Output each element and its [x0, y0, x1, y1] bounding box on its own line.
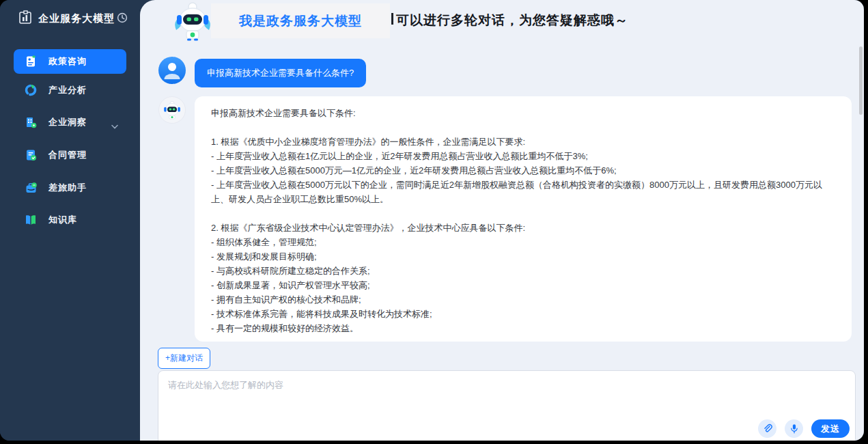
bot-message-text: 申报高新技术企业需要具备以下条件: 1. 根据《优质中小企业梯度培育管理办法》的… — [211, 106, 835, 335]
main-content: 我是政务服务大模型 可以进行多轮对话，为您答疑解惑哦～ 申报高新技术企业需要具备… — [140, 0, 864, 441]
app-window: 企业服务大模型 政策咨询 — [0, 0, 864, 441]
scrollbar-thumb[interactable] — [859, 46, 863, 115]
app-title: 企业服务大模型 — [38, 12, 115, 25]
sidebar-item-enterprise-insight[interactable]: 企业洞察 — [14, 110, 126, 135]
user-message-bubble: 申报高新技术企业需要具备什么条件? — [195, 59, 366, 87]
sidebar-header: 企业服务大模型 — [0, 0, 140, 38]
contract-doc-icon — [24, 148, 38, 162]
sidebar-item-contract-management[interactable]: 合同管理 — [14, 143, 126, 167]
attachment-button[interactable] — [758, 419, 776, 438]
microphone-icon — [789, 424, 799, 434]
sidebar: 企业服务大模型 政策咨询 — [0, 0, 140, 441]
sidebar-item-label: 差旅助手 — [48, 182, 87, 194]
send-button[interactable]: 发送 — [811, 419, 850, 438]
sidebar-item-industry-analysis[interactable]: 产业分析 — [14, 78, 126, 102]
policy-doc-icon — [24, 55, 38, 68]
intro-badge-text: 我是政务服务大模型 — [239, 12, 362, 30]
microphone-button[interactable] — [785, 419, 803, 438]
sidebar-item-label: 政策咨询 — [48, 55, 87, 68]
composer-actions: 发送 — [758, 419, 850, 438]
robot-mascot-icon — [171, 1, 214, 44]
intro-subtitle: 可以进行多轮对话，为您答疑解惑哦～ — [396, 12, 628, 29]
sidebar-item-knowledge-base[interactable]: 知识库 — [14, 208, 126, 232]
composer: 发送 — [158, 370, 856, 441]
sidebar-item-label: 企业洞察 — [48, 116, 87, 128]
new-chat-button[interactable]: +新建对话 — [158, 348, 210, 369]
app-logo-icon — [18, 10, 33, 28]
sidebar-item-label: 产业分析 — [48, 84, 87, 96]
history-icon[interactable] — [117, 12, 128, 26]
sidebar-item-label: 合同管理 — [48, 149, 87, 161]
chevron-down-icon — [111, 120, 118, 132]
enterprise-building-icon — [24, 115, 38, 129]
bot-message-card: 申报高新技术企业需要具备以下条件: 1. 根据《优质中小企业梯度培育管理办法》的… — [195, 96, 852, 342]
intro-badge: 我是政务服务大模型 — [211, 3, 390, 38]
paperclip-icon — [762, 424, 772, 434]
sidebar-item-travel-assistant[interactable]: 差旅助手 — [14, 176, 126, 200]
sidebar-item-policy-consult[interactable]: 政策咨询 — [14, 49, 126, 74]
bot-avatar — [158, 96, 186, 124]
clipped-text-fragment — [391, 13, 393, 25]
sidebar-item-label: 知识库 — [48, 214, 77, 226]
chat-input[interactable] — [158, 371, 855, 411]
user-avatar — [158, 57, 186, 84]
industry-chart-icon — [24, 83, 38, 97]
knowledge-book-icon — [24, 213, 38, 227]
travel-suitcase-icon — [24, 181, 38, 195]
